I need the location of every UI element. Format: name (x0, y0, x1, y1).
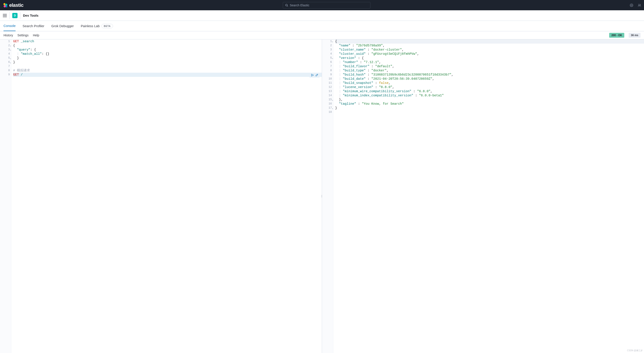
code-line: | "lucene_version" : "8.8.0", (335, 85, 644, 89)
topbar-actions (630, 3, 641, 7)
tab-label: Console (4, 24, 16, 28)
help-icon[interactable] (638, 3, 641, 7)
editor-panes: 12▾3▾45▴6▴789 GET _search{ "query": { | … (0, 39, 644, 353)
watermark: CSDN @康三岁 (627, 349, 643, 352)
response-time-badge: 36 ms (629, 33, 640, 38)
request-line-actions (310, 73, 320, 78)
tab-label: Grok Debugger (51, 24, 74, 28)
svg-line-5 (287, 6, 288, 6)
svg-point-6 (630, 4, 633, 7)
code-line[interactable]: GET _search (13, 40, 322, 44)
send-request-button[interactable] (310, 73, 314, 77)
tab-console[interactable]: Console (4, 24, 16, 31)
global-search-wrap (25, 2, 628, 8)
code-line: } (335, 106, 644, 110)
space-avatar: D (12, 13, 18, 18)
brand-logo[interactable]: elastic (3, 2, 24, 8)
code-line: | "minimum_index_compatibility_version" … (335, 94, 644, 98)
request-code[interactable]: GET _search{ "query": { | "match_all": {… (0, 40, 322, 77)
global-search[interactable] (283, 2, 370, 8)
response-code: { "name" : "2b76d5798a99", "cluster_name… (322, 40, 644, 114)
hamburger-icon (3, 14, 7, 17)
code-line: | "build_hash" : "3186837139b9c6b6d23c32… (335, 73, 644, 77)
code-line[interactable]: | "match_all": {} (13, 52, 322, 56)
code-line: | "build_flavor" : "default", (335, 64, 644, 68)
console-toolbar: History Settings Help 200 - OK 36 ms (0, 31, 644, 39)
tab-painless-lab[interactable]: Painless LabBETA (81, 24, 113, 31)
help-link[interactable]: Help (33, 34, 39, 37)
code-line: "version" : { (335, 56, 644, 60)
svg-point-7 (631, 4, 632, 6)
svg-point-4 (286, 4, 287, 6)
tab-label: Painless Lab (81, 24, 100, 28)
search-icon (285, 4, 288, 7)
request-options-button[interactable] (315, 73, 319, 77)
code-line: { (335, 40, 644, 44)
code-line: "cluster_name" : "docker-cluster", (335, 48, 644, 52)
code-line: "name" : "2b76d5798a99", (335, 44, 644, 48)
brand-name: elastic (9, 2, 24, 8)
code-line[interactable]: "query": { (13, 48, 322, 52)
tab-label: Search Profiler (22, 24, 44, 28)
newsfeed-icon[interactable] (630, 3, 634, 7)
svg-point-3 (6, 6, 8, 8)
history-link[interactable]: History (4, 34, 13, 37)
beta-badge: BETA (102, 24, 113, 28)
code-line: | "build_type" : "docker", (335, 68, 644, 73)
code-line: | "minimum_wire_compatibility_version" :… (335, 89, 644, 94)
code-line: }, (335, 98, 644, 102)
svg-marker-11 (312, 74, 314, 76)
code-line[interactable]: # 模拟请求 (13, 68, 322, 73)
tab-grok-debugger[interactable]: Grok Debugger (51, 24, 74, 31)
global-search-input[interactable] (290, 4, 368, 7)
code-line[interactable]: } (13, 56, 322, 60)
nav-toggle-button[interactable] (3, 12, 10, 19)
code-line: | "number" : "7.12.1", (335, 60, 644, 64)
code-line[interactable]: } (13, 60, 322, 64)
topbar: elastic (0, 0, 644, 10)
code-line[interactable]: { (13, 44, 322, 48)
request-gutter: 12▾3▾45▴6▴789 (0, 40, 12, 353)
breadcrumb: Dev Tools (23, 14, 38, 17)
elastic-logo-icon (3, 3, 8, 8)
svg-point-2 (4, 5, 6, 8)
code-line (335, 110, 644, 114)
code-line: | "build_snapshot" : false, (335, 81, 644, 85)
code-line[interactable] (13, 64, 322, 68)
response-gutter: 1▾2345▾6789101112131415▴1617▴18 (322, 40, 334, 353)
code-line: | "build_date" : "2021-04-20T20:56:39.04… (335, 77, 644, 81)
devtools-tabs: ConsoleSearch ProfilerGrok DebuggerPainl… (0, 21, 644, 31)
code-line[interactable]: GET / (13, 73, 322, 77)
tab-search-profiler[interactable]: Search Profiler (22, 24, 44, 31)
space-selector[interactable]: D (12, 12, 23, 19)
code-line: "tagline" : "You Know, for Search" (335, 102, 644, 106)
code-line: "cluster_uuid" : "gFUsrogtSeCQiFj8fmhPVw… (335, 52, 644, 56)
app-header: D Dev Tools (0, 10, 644, 21)
response-editor: 1▾2345▾6789101112131415▴1617▴18 { "name"… (322, 40, 644, 353)
request-editor[interactable]: 12▾3▾45▴6▴789 GET _search{ "query": { | … (0, 40, 322, 353)
response-status-badge: 200 - OK (609, 33, 624, 38)
settings-link[interactable]: Settings (18, 34, 29, 37)
